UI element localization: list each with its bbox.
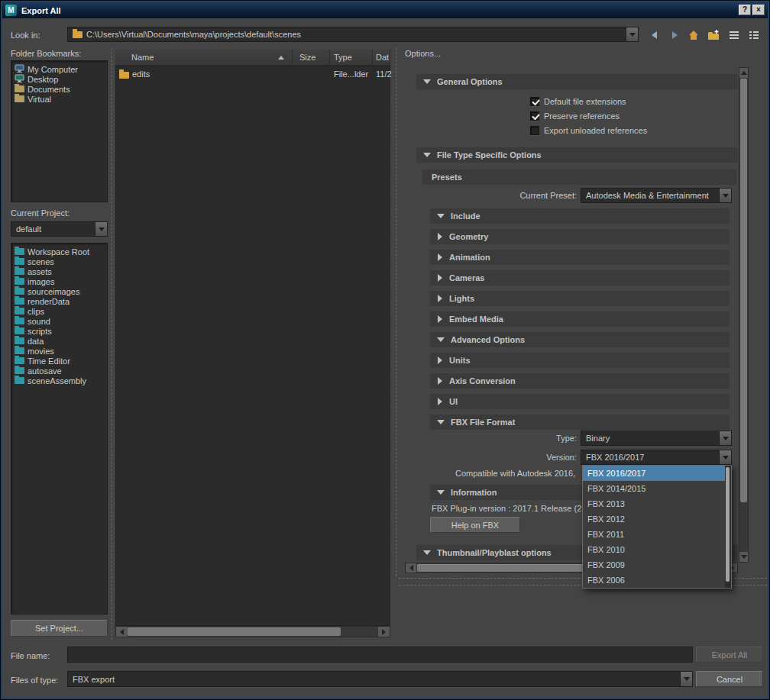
export-all-button[interactable]: Export All — [696, 647, 763, 663]
help-on-fbx-button[interactable]: Help on FBX — [430, 517, 520, 533]
scroll-down-icon[interactable] — [739, 552, 748, 562]
back-icon[interactable] — [646, 27, 663, 43]
section-embed-media[interactable]: Embed Media — [430, 311, 730, 327]
section-animation[interactable]: Animation — [430, 250, 730, 265]
scroll-left-icon[interactable] — [116, 627, 128, 637]
folder-item[interactable]: Time Editor — [11, 356, 107, 366]
files-of-type-value: FBX export — [68, 672, 680, 686]
maya-app-icon[interactable]: M — [5, 5, 17, 16]
popup-scroll-thumb[interactable] — [726, 467, 730, 582]
folder-icon — [15, 308, 24, 315]
files-of-type-combo[interactable]: FBX export — [67, 671, 693, 687]
folder-item[interactable]: images — [11, 276, 107, 286]
version-option[interactable]: FBX 2012 — [583, 511, 725, 527]
bookmark-desktop[interactable]: Desktop — [11, 74, 107, 84]
project-dropdown-arrow[interactable] — [95, 222, 107, 236]
folder-item[interactable]: Workspace Root — [11, 247, 107, 256]
section-advanced-options[interactable]: Advanced Options — [430, 332, 730, 347]
home-icon[interactable] — [685, 27, 702, 43]
version-option[interactable]: FBX 2014/2015 — [583, 481, 725, 496]
file-row-edits[interactable]: edits File...lder 11/2 — [115, 69, 390, 81]
folder-icon — [15, 248, 24, 255]
options-vscrollbar[interactable] — [739, 67, 749, 563]
path-dropdown-arrow[interactable] — [626, 27, 638, 41]
folder-label: data — [28, 337, 44, 346]
current-preset-label: Current Preset: — [458, 191, 577, 200]
folder-item[interactable]: autosave — [11, 366, 107, 376]
dropdown-arrow-icon[interactable] — [719, 431, 731, 445]
section-include[interactable]: Include — [430, 208, 730, 224]
folder-item[interactable]: assets — [11, 266, 107, 276]
column-header-size[interactable]: Size — [293, 50, 330, 66]
file-list-hscrollbar[interactable] — [115, 626, 390, 637]
folder-item[interactable]: clips — [11, 306, 107, 316]
section-general-options[interactable]: General Options — [416, 74, 738, 89]
popup-scrollbar[interactable] — [725, 466, 731, 588]
project-combo[interactable]: default — [11, 221, 108, 237]
details-view-icon[interactable] — [746, 27, 762, 43]
chevron-right-icon — [438, 315, 442, 323]
forward-icon[interactable] — [666, 27, 683, 43]
column-header-type[interactable]: Type — [330, 50, 373, 66]
chevron-down-icon — [423, 153, 431, 157]
left-splitter[interactable] — [112, 48, 112, 640]
folder-item[interactable]: renderData — [11, 296, 107, 306]
column-header-name[interactable]: Name — [115, 50, 293, 66]
path-combo[interactable]: C:\Users\Virtual\Documents\maya\projects… — [67, 27, 639, 42]
cancel-button[interactable]: Cancel — [696, 671, 763, 687]
version-option[interactable]: FBX 2010 — [583, 542, 725, 557]
bookmark-label: Documents — [28, 85, 70, 94]
folder-item[interactable]: scenes — [11, 256, 107, 266]
version-option[interactable]: FBX 2006 — [583, 573, 725, 588]
file-list-area — [115, 66, 390, 626]
list-view-icon[interactable] — [726, 27, 742, 43]
vscroll-thumb[interactable] — [740, 79, 747, 502]
section-fbx-file-format[interactable]: FBX File Format — [430, 415, 730, 430]
help-button[interactable]: ? — [739, 5, 751, 15]
checkbox-default-file-extensions[interactable]: Default file extensions — [530, 96, 626, 107]
dropdown-arrow-icon[interactable] — [719, 189, 731, 202]
folder-label: images — [28, 277, 54, 286]
section-cameras[interactable]: Cameras — [430, 270, 730, 285]
file-name-input[interactable] — [67, 647, 693, 663]
version-value: FBX 2016/2017 — [581, 450, 719, 464]
type-combo[interactable]: Binary — [581, 431, 732, 446]
section-geometry[interactable]: Geometry — [430, 229, 730, 244]
new-folder-icon[interactable] — [705, 27, 722, 43]
folder-item[interactable]: sound — [11, 316, 107, 326]
section-units[interactable]: Units — [430, 353, 730, 368]
section-presets[interactable]: Presets — [422, 169, 736, 185]
version-combo[interactable]: FBX 2016/2017 — [581, 450, 732, 465]
close-button[interactable]: × — [752, 5, 765, 15]
files-of-type-label: Files of type: — [11, 676, 58, 685]
folder-item[interactable]: data — [11, 336, 107, 346]
section-axis-conversion[interactable]: Axis Conversion — [430, 373, 730, 389]
folder-item[interactable]: scripts — [11, 326, 107, 336]
chevron-down-icon — [437, 337, 445, 342]
bookmark-my-computer[interactable]: My Computer — [11, 64, 107, 74]
column-header-date[interactable]: Dat — [373, 50, 390, 66]
set-project-button[interactable]: Set Project... — [11, 620, 108, 637]
scroll-left-icon[interactable] — [406, 563, 416, 573]
checkbox-export-unloaded-references[interactable]: Export unloaded references — [530, 125, 647, 136]
current-preset-combo[interactable]: Autodesk Media & Entertainment — [581, 188, 732, 203]
dropdown-arrow-icon[interactable] — [719, 450, 731, 464]
folder-item[interactable]: sourceimages — [11, 286, 107, 296]
version-option[interactable]: FBX 2016/2017 — [583, 466, 725, 481]
version-option[interactable]: FBX 2011 — [583, 527, 725, 542]
section-ui[interactable]: UI — [430, 394, 730, 409]
hscroll-thumb[interactable] — [128, 627, 341, 636]
version-option[interactable]: FBX 2013 — [583, 496, 725, 511]
bookmark-documents[interactable]: Documents — [11, 84, 107, 94]
bookmark-virtual[interactable]: Virtual — [11, 94, 107, 104]
folder-item[interactable]: sceneAssembly — [11, 376, 107, 385]
dropdown-arrow-icon[interactable] — [680, 672, 692, 686]
scroll-right-icon[interactable] — [378, 627, 390, 637]
right-splitter[interactable] — [396, 48, 396, 576]
scroll-up-icon[interactable] — [739, 68, 748, 78]
checkbox-preserve-references[interactable]: Preserve references — [530, 111, 620, 121]
version-option[interactable]: FBX 2009 — [583, 557, 725, 573]
folder-item[interactable]: movies — [11, 346, 107, 356]
section-file-type-specific[interactable]: File Type Specific Options — [416, 147, 738, 163]
section-lights[interactable]: Lights — [430, 291, 730, 306]
